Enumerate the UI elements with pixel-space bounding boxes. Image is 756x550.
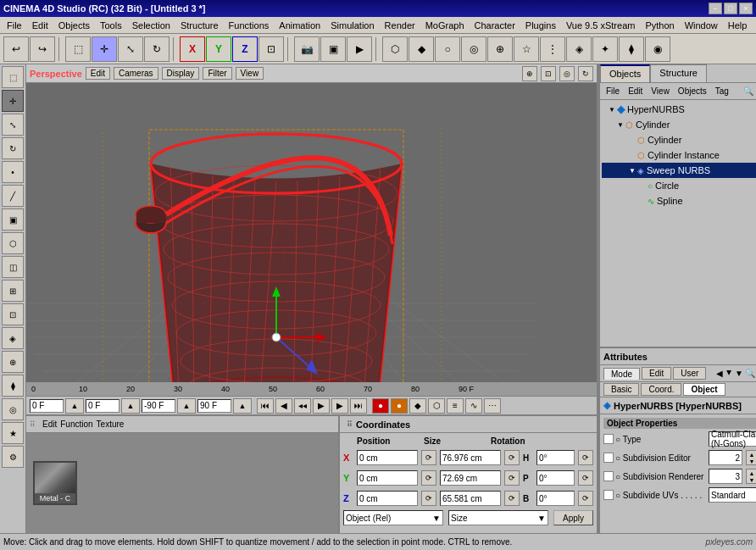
mat-texture-btn[interactable]: Texture [97,419,125,429]
menu-functions[interactable]: Functions [224,19,275,32]
subdiv-editor-spinner[interactable]: ▲ ▼ [746,450,756,465]
obj-tag-btn[interactable]: Tag [713,86,731,96]
x-axis-btn[interactable]: X [180,36,205,62]
tool-obj[interactable]: ⬡ [2,232,24,254]
menu-structure[interactable]: Structure [175,19,224,32]
play-reverse-btn[interactable]: ◂◂ [294,398,311,414]
vp-view[interactable]: View [236,67,264,80]
z-pos-field[interactable]: 0 cm [357,491,418,506]
tool-7[interactable]: ⊡ [2,303,24,325]
tree-arrow-hypernurbs[interactable]: ▼ [607,104,617,114]
x-pos-spinner[interactable]: ⟳ [421,450,436,465]
world-btn[interactable]: ⊡ [258,36,284,62]
subdiv-renderer-spinner[interactable]: ▲ ▼ [746,469,756,484]
close-button[interactable]: × [739,3,753,14]
obj-objects-btn[interactable]: Objects [675,86,709,96]
tool-move[interactable]: ✛ [2,90,24,112]
maximize-button[interactable]: □ [724,3,737,14]
attr-nav-up[interactable]: ▲ [725,369,733,378]
obj-search-icon[interactable]: 🔍 [743,86,753,96]
pos-dropdown[interactable]: Object (Rel) ▼ [343,510,443,525]
y-rot-spinner[interactable]: ⟳ [578,470,593,486]
tool-scale[interactable]: ⤡ [2,114,24,136]
tool-13[interactable]: ⚙ [2,446,24,468]
menu-help[interactable]: Help [723,19,753,32]
type-checkbox[interactable] [603,434,614,444]
tb3[interactable]: ○ [435,36,460,62]
menu-tools[interactable]: Tools [95,19,127,32]
frame-current-up[interactable]: ▲ [121,398,140,414]
vp-edit[interactable]: Edit [86,67,110,80]
menu-edit[interactable]: Edit [27,19,53,32]
undo-button[interactable]: ↩ [3,36,29,62]
tab-objects[interactable]: Objects [600,64,650,82]
tree-cylinder-child[interactable]: ⬡ Cylinder [602,132,756,147]
tool-polys[interactable]: ▣ [2,208,24,231]
attr-nav-down[interactable]: ▼ [735,369,743,378]
x-rot-field[interactable]: 0° [536,450,575,465]
subdiv-editor-checkbox[interactable] [603,453,614,463]
minimize-button[interactable]: − [709,3,722,14]
tb4[interactable]: ◎ [461,36,486,62]
start-frame-field[interactable] [30,399,64,413]
tree-cylinder-instance[interactable]: ⬡ Cylinder Instance [602,147,756,163]
tab-structure[interactable]: Structure [650,64,707,82]
mat-function-btn[interactable]: Function [60,419,92,429]
material-swatch[interactable]: Metal - C [33,461,77,505]
z-size-field[interactable]: 65.581 cm [440,491,501,506]
y-rot-field[interactable]: 0° [536,470,575,486]
render-region-btn[interactable]: ▣ [320,36,346,62]
frame-up-btn[interactable]: ▲ [65,398,84,414]
subdiv-renderer-field[interactable]: 3 [709,469,742,484]
subdiv-uvs-dropdown[interactable]: Standard ▼ [709,487,756,503]
vp-icon3[interactable]: ◎ [559,66,575,81]
curve-btn[interactable]: ∿ [465,398,482,414]
play-btn[interactable]: ▶ [313,398,330,414]
tb1[interactable]: ⬡ [382,36,408,62]
y-pos-field[interactable]: 0 cm [357,470,418,486]
autokey-btn[interactable]: ⬡ [428,398,445,414]
vp-icon1[interactable]: ⊕ [522,66,537,81]
tool-12[interactable]: ★ [2,422,24,444]
subdiv-editor-field[interactable]: 2 [709,450,742,465]
z-rot-spinner[interactable]: ⟳ [578,491,593,506]
obj-edit-btn[interactable]: Edit [625,86,645,96]
attr-tab-mode[interactable]: Mode [603,368,640,380]
attr-tab-edit[interactable]: Edit [642,367,671,380]
camera-btn[interactable]: 📷 [294,36,320,62]
attr-nav-left[interactable]: ◀ [716,369,723,378]
obj-file-btn[interactable]: File [603,86,622,96]
tool-5[interactable]: ◫ [2,256,24,278]
tb8[interactable]: ◈ [566,36,592,62]
tool-6[interactable]: ⊞ [2,280,24,302]
tool-8[interactable]: ◈ [2,327,24,349]
record2-btn[interactable]: ● [391,398,408,414]
select-tool[interactable]: ⬚ [65,36,91,62]
menu-window[interactable]: Window [680,19,723,32]
tree-arrow-cylinder[interactable]: ▼ [615,119,625,130]
tree-sweep-nurbs[interactable]: ▼ ◈ Sweep NURBS [602,163,756,178]
attr-subtab-object[interactable]: Object [683,383,725,396]
tb9[interactable]: ✦ [592,36,618,62]
menu-simulation[interactable]: Simulation [325,19,379,32]
range-end-field[interactable] [197,399,231,413]
menu-python[interactable]: Python [640,19,679,32]
menu-character[interactable]: Character [470,19,520,32]
range-end-up[interactable]: ▲ [233,398,252,414]
menu-vue[interactable]: Vue 9.5 xStream [561,19,641,32]
tool-select[interactable]: ⬚ [2,66,24,88]
prev-frame-btn[interactable]: ◀ [275,398,292,414]
x-size-spinner[interactable]: ⟳ [504,450,520,465]
keyframe-btn[interactable]: ◆ [409,398,426,414]
vp-cameras[interactable]: Cameras [114,67,158,80]
tree-circle[interactable]: ○ Circle [602,178,756,193]
size-dropdown[interactable]: Size ▼ [448,510,548,525]
timeline-btn[interactable]: ≡ [447,398,464,414]
range-start-field[interactable] [142,399,175,413]
z-axis-btn[interactable]: Z [232,36,258,62]
apply-button[interactable]: Apply [553,510,593,525]
tree-spline[interactable]: ∿ Spline [602,193,756,208]
menu-file[interactable]: File [2,19,27,32]
tb5[interactable]: ⊕ [487,36,513,62]
menu-plugins[interactable]: Plugins [520,19,561,32]
